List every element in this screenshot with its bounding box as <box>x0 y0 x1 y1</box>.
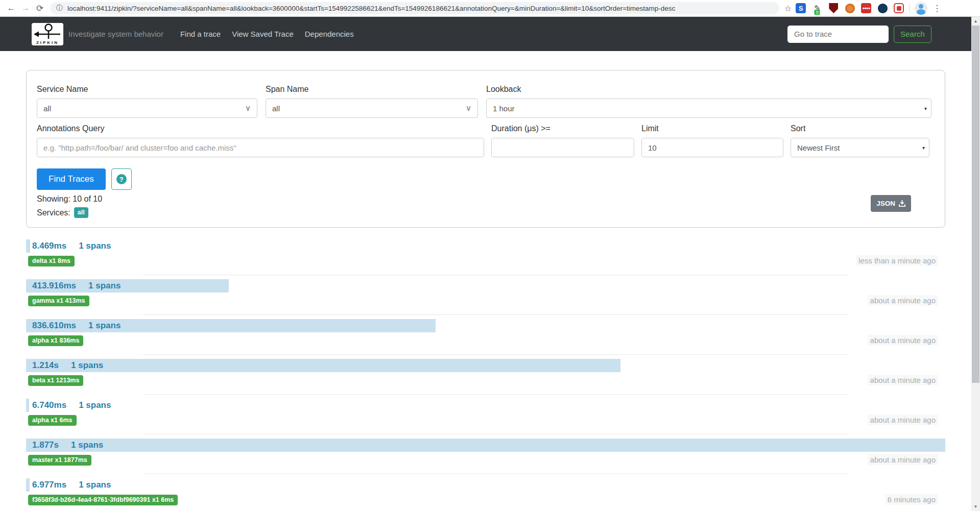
nav-links: Find a trace View Saved Trace Dependenci… <box>175 25 360 43</box>
help-button[interactable]: ? <box>111 168 132 190</box>
row-divider <box>143 275 848 275</box>
trace-span-count: 1 spans <box>88 321 121 331</box>
trace-row[interactable]: 413.916ms 1 spans gamma x1 413ms about a… <box>26 279 945 319</box>
page-scrollbar[interactable]: ▲ ▼ <box>971 17 980 511</box>
trace-age: about a minute ago <box>868 415 938 425</box>
trace-row[interactable]: 1.877s 1 spans master x1 1877ms about a … <box>26 439 945 478</box>
services-label: Services: <box>37 208 70 217</box>
duration-input[interactable] <box>491 138 634 157</box>
find-traces-button[interactable]: Find Traces <box>37 168 106 190</box>
extension-dots-icon[interactable]: •••• <box>861 3 871 13</box>
go-to-trace-input[interactable] <box>787 26 889 43</box>
trace-row[interactable]: 1.214s 1 spans beta x1 1213ms about a mi… <box>26 359 945 399</box>
service-name-value: all <box>43 104 51 113</box>
trace-span-count: 1 spans <box>71 360 103 371</box>
row-divider <box>143 394 848 395</box>
span-name-value: all <box>272 104 280 113</box>
extension-pen-icon[interactable]: ✎ 0 <box>812 3 822 13</box>
zipkin-logo-icon <box>32 23 63 40</box>
extension-s-icon[interactable]: S <box>796 3 806 13</box>
nav-link-find-a-trace[interactable]: Find a trace <box>175 25 226 43</box>
chevron-down-icon: ∨ <box>245 104 251 113</box>
trace-duration: 413.916ms <box>32 281 76 291</box>
sort-label: Sort <box>791 124 929 133</box>
span-name-select[interactable]: all ∨ <box>266 99 478 118</box>
annotations-query-label: Annotations Query <box>37 124 484 133</box>
back-icon[interactable]: ← <box>4 3 18 13</box>
span-name-label: Span Name <box>266 85 478 94</box>
lookback-value: 1 hour <box>493 104 515 113</box>
profile-avatar[interactable] <box>915 2 927 15</box>
select-arrow-icon: ▾ <box>922 145 925 151</box>
service-badge: master x1 1877ms <box>28 455 91 466</box>
extension-navy-icon[interactable] <box>877 3 888 13</box>
url-text: localhost:9411/zipkin/?serviceName=all&s… <box>67 5 675 12</box>
annotations-query-input[interactable] <box>37 138 484 157</box>
select-arrow-icon: ▾ <box>924 106 927 111</box>
duration-bar <box>26 239 30 253</box>
trace-list: 8.469ms 1 spans delta x1 8ms less than a… <box>26 239 945 511</box>
services-badge: all <box>74 207 88 218</box>
duration-bar <box>26 478 30 492</box>
scroll-down-icon[interactable]: ▼ <box>971 502 980 511</box>
site-info-icon[interactable]: ⓘ <box>56 4 63 13</box>
lookback-label: Lookback <box>486 85 931 94</box>
sort-value: Newest First <box>797 143 840 152</box>
duration-label: Duration (μs) >= <box>491 124 634 133</box>
trace-row[interactable]: 6.977ms 1 spans f3658f3d-b26d-4ea4-8761-… <box>26 478 945 511</box>
zipkin-logo-text: ZIPKIN <box>36 40 59 45</box>
toolbar-divider <box>909 3 910 13</box>
ublock-shield-icon[interactable] <box>828 3 839 13</box>
service-name-label: Service Name <box>37 85 257 94</box>
trace-row[interactable]: 6.740ms 1 spans alpha x1 6ms about a min… <box>26 399 945 439</box>
nav-link-view-saved-trace[interactable]: View Saved Trace <box>226 25 299 43</box>
zipkin-logo[interactable]: ZIPKIN <box>32 23 63 45</box>
trace-duration: 6.740ms <box>32 400 66 410</box>
trace-age: about a minute ago <box>868 454 938 465</box>
trace-span-count: 1 spans <box>79 480 111 490</box>
duration-bar <box>26 399 29 412</box>
sort-select[interactable]: Newest First ▾ <box>791 138 929 157</box>
trace-span-count: 1 spans <box>88 281 121 291</box>
service-badge: alpha x1 836ms <box>28 335 83 346</box>
scroll-up-icon[interactable]: ▲ <box>971 17 980 26</box>
duration-bar <box>26 439 945 452</box>
trace-duration: 1.214s <box>32 360 59 371</box>
trace-age: about a minute ago <box>868 375 938 385</box>
scrollbar-thumb[interactable] <box>972 26 979 383</box>
search-panel: Service Name all ∨ Span Name all ∨ Lookb… <box>26 70 945 228</box>
trace-span-count: 1 spans <box>79 241 111 251</box>
refresh-icon[interactable]: ⟳ <box>33 3 47 14</box>
bookmark-star-icon[interactable]: ☆ <box>784 4 792 13</box>
tagline: Investigate system behavior <box>68 30 163 38</box>
chevron-down-icon: ∨ <box>466 104 471 113</box>
avatar-head <box>919 4 923 9</box>
nav-link-dependencies[interactable]: Dependencies <box>299 25 360 43</box>
trace-row[interactable]: 836.610ms 1 spans alpha x1 836ms about a… <box>26 319 945 359</box>
trace-age: less than a minute ago <box>856 255 938 266</box>
row-divider <box>143 434 848 434</box>
address-bar[interactable]: ⓘ localhost:9411/zipkin/?serviceName=all… <box>50 2 779 14</box>
json-download-button[interactable]: JSON <box>871 195 911 212</box>
page-content: Service Name all ∨ Span Name all ∨ Lookb… <box>0 51 971 228</box>
browser-menu-icon[interactable]: ⋮ <box>933 3 941 14</box>
service-badge: f3658f3d-b26d-4ea4-8761-3fdbf9690391 x1 … <box>28 495 178 505</box>
limit-input[interactable] <box>641 138 783 157</box>
trace-span-count: 1 spans <box>79 400 111 410</box>
trace-duration: 6.977ms <box>32 480 66 490</box>
service-badge: gamma x1 413ms <box>28 296 89 306</box>
row-divider <box>143 314 848 315</box>
trace-age: about a minute ago <box>868 335 938 346</box>
download-icon <box>899 200 905 207</box>
lookback-select[interactable]: 1 hour ▾ <box>486 99 931 118</box>
search-button[interactable]: Search <box>894 26 931 43</box>
forward-icon[interactable]: → <box>18 3 33 13</box>
extension-record-icon[interactable] <box>894 3 904 13</box>
row-divider <box>143 354 848 355</box>
service-badge: alpha x1 6ms <box>28 415 77 426</box>
trace-row[interactable]: 8.469ms 1 spans delta x1 8ms less than a… <box>26 239 945 279</box>
service-name-select[interactable]: all ∨ <box>37 99 257 118</box>
extension-orange-icon[interactable] <box>845 3 855 13</box>
browser-toolbar: ← → ⟳ ⓘ localhost:9411/zipkin/?serviceNa… <box>0 0 980 17</box>
trace-duration: 8.469ms <box>32 241 66 251</box>
